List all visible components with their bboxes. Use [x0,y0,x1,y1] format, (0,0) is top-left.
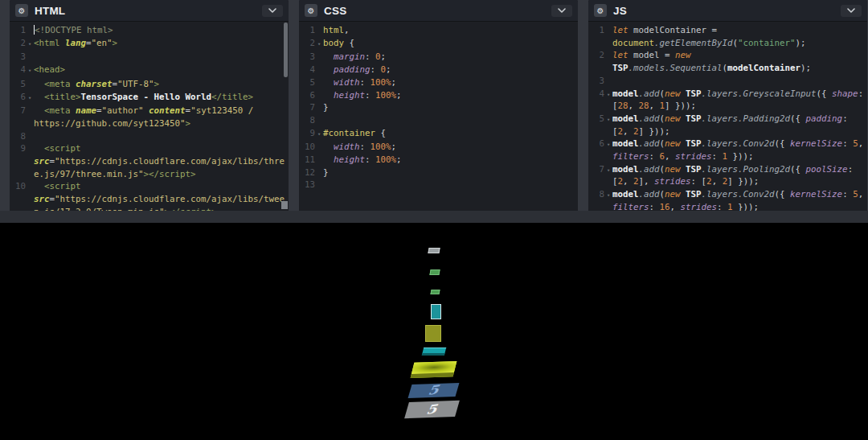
code-line[interactable]: 1<!DOCTYPE html> [10,24,289,37]
fold-arrow-icon[interactable]: ▾ [26,93,34,105]
code-line[interactable]: 3 margin: 0; [299,51,578,64]
code-token: model [612,164,639,175]
code-line[interactable]: 2▾<html lang="en"> [10,37,289,51]
code-line[interactable]: 8▾model.add(new TSP.layers.Conv2d({ kern… [588,188,867,211]
code-token: TSP [612,63,628,73]
code-line[interactable]: 9 <script src="https://cdnjs.cloudflare.… [10,142,289,180]
vertical-scrollbar-thumb[interactable] [284,23,288,77]
code-line[interactable]: 5▾model.add(new TSP.layers.Padding2d({ p… [588,113,867,138]
line-gutter: 1 [588,24,612,49]
code-line[interactable]: 4 padding: 0; [299,64,578,76]
code-token: strides [654,176,691,187]
fold-arrow-icon[interactable]: ▾ [315,129,323,142]
code-line[interactable]: 10 width: 100%; [299,141,578,154]
code-token: filters [612,202,649,211]
fold-arrow-icon[interactable]: ▾ [26,65,34,78]
code-token: ] })); [665,101,696,111]
code-line[interactable]: 5 <meta charset="UTF-8"> [10,78,289,91]
code-line[interactable]: 7} [299,101,578,114]
chevron-down-icon[interactable] [551,5,572,17]
chevron-down-icon[interactable] [841,5,862,17]
code-token: <script [44,181,86,191]
code-token: new [665,88,686,99]
fold-arrow-icon[interactable]: ▾ [26,39,34,51]
layer-pooling-1-bar[interactable] [422,347,446,356]
code-token [34,143,44,154]
code-token: : [712,151,723,162]
code-token: "en" [92,38,113,48]
panel-header-css: ⚙ CSS [299,0,578,21]
code-line[interactable]: 4▾<head> [10,64,289,78]
layer-dense-2-chip[interactable] [429,269,440,275]
code-token: ; [396,90,402,101]
code-line[interactable]: 12} [299,167,578,179]
code-line[interactable]: 3 [588,75,867,88]
fold-arrow-icon[interactable]: ▾ [604,139,612,152]
fold-arrow-icon[interactable]: ▾ [604,190,612,203]
layer-dense-1-chip[interactable] [430,290,440,294]
code-token: .layers.Conv2d [702,189,775,199]
code-line[interactable]: 9▾#container { [299,127,578,142]
code-token: 100% [371,142,391,152]
panel-title-js: JS [613,5,627,17]
code-token: ({ [775,189,791,199]
layer-conv-1-plate[interactable] [411,361,457,378]
layer-input-plate[interactable]: 5 [404,401,460,418]
layer-pooling-2-rect[interactable] [431,304,441,319]
code-line[interactable]: 3 [10,51,289,64]
code-token: width [334,77,360,88]
code-line[interactable]: 13 [299,179,578,191]
line-number: 11 [305,154,315,167]
code-line[interactable]: 1let modelContainer = document.getElemen… [588,24,867,49]
code-line[interactable]: 11 height: 100%; [299,154,578,167]
code-token: 28 [618,101,628,111]
gear-icon[interactable]: ⚙ [15,4,28,17]
line-number: 8 [309,114,315,127]
code-line[interactable]: 6▾ <title>TensorSpace - Hello World</tit… [10,91,289,105]
code-line[interactable]: 7▾model.add(new TSP.layers.Pooling2d({ p… [588,163,867,188]
code-line[interactable]: 1html, [299,24,578,37]
chevron-down-icon[interactable] [262,5,283,17]
code-editor-css[interactable]: 1html,2▾body {3 margin: 0;4 padding: 0;5… [299,21,578,211]
code-line[interactable]: 10 <script src="https://cdnjs.cloudflare… [10,180,289,211]
line-gutter: 11 [299,154,323,167]
code-token: : [371,64,381,75]
code-token: height [334,90,365,101]
code-line[interactable]: 8 [10,130,289,143]
code-line[interactable]: 7 <meta name="author" content="syt123450… [10,105,289,130]
code-line[interactable]: 6▾model.add(new TSP.layers.Conv2d({ kern… [588,138,867,162]
code-editor-js[interactable]: 1let modelContainer = document.getElemen… [588,21,867,211]
code-token: , [858,189,867,199]
line-number: 5 [309,76,315,89]
model-preview-canvas[interactable]: 5 5 [0,223,868,440]
gear-icon[interactable]: ⚙ [594,4,607,17]
fold-arrow-icon[interactable]: ▾ [604,165,612,178]
code-token: new [665,113,686,124]
code-token: .layers.Conv2d [702,138,775,149]
layer-output-chip[interactable] [428,248,440,253]
code-token: document [612,38,654,48]
line-gutter: 7▾ [588,163,612,188]
code-editor-html[interactable]: 1<!DOCTYPE html>2▾<html lang="en">34▾<he… [10,21,289,211]
layer-padding-plate[interactable]: 5 [408,383,460,398]
code-line[interactable]: 8 [299,114,578,127]
code-token [323,142,334,152]
code-line-text: } [323,101,576,114]
code-line[interactable]: 6 height: 100%; [299,89,578,102]
gear-icon[interactable]: ⚙ [305,4,317,17]
code-line[interactable]: 5 width: 100%; [299,76,578,89]
code-token: kernelSize [790,189,842,199]
code-line[interactable]: 2▾body { [299,37,578,51]
fold-arrow-icon[interactable]: ▾ [604,114,612,127]
fold-arrow-icon[interactable]: ▾ [315,39,323,51]
fold-arrow-icon[interactable]: ▾ [604,89,612,102]
code-line[interactable]: 4▾model.add(new TSP.layers.GreyscaleInpu… [588,88,867,113]
editors-preview-divider[interactable] [0,211,868,223]
code-token: : [360,142,371,152]
code-token: shape [832,88,858,99]
code-token: = [706,25,723,35]
line-gutter: 3 [10,51,34,64]
code-token: "container" [738,38,796,48]
layer-conv-2-square[interactable] [425,325,441,342]
code-line[interactable]: 2let model = new TSP.models.Sequential(m… [588,49,867,74]
